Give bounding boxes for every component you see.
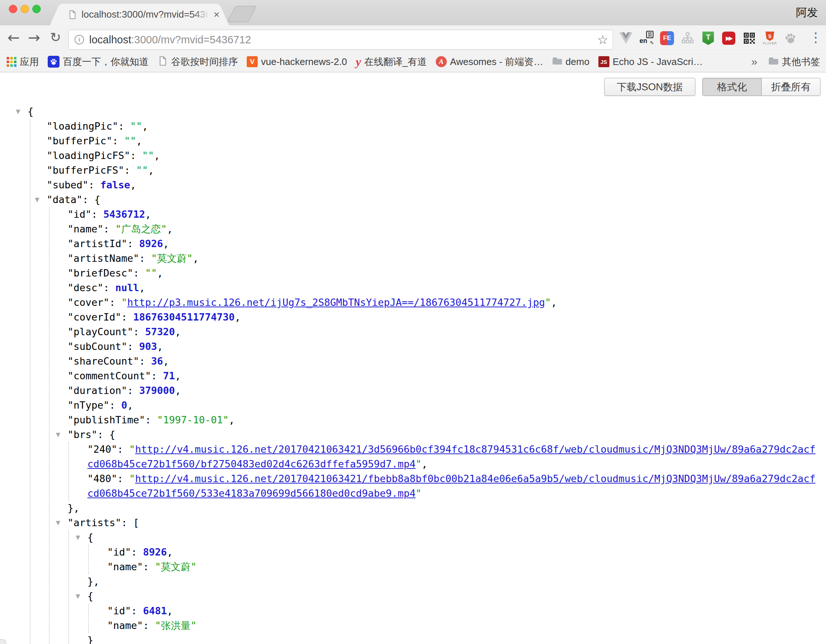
json-punctuation: :	[127, 341, 140, 352]
collapse-triangle-icon[interactable]: ▼	[56, 427, 60, 442]
json-line: "publishTime": "1997-10-01",	[0, 413, 826, 427]
json-number: 8926	[139, 238, 163, 249]
json-keyword: false	[100, 179, 130, 191]
new-tab-button[interactable]	[227, 6, 256, 22]
fe-icon[interactable]: FE	[659, 31, 675, 46]
json-string: ""	[142, 150, 154, 161]
json-punctuation: "	[416, 487, 421, 499]
json-key: "artists"	[68, 517, 121, 528]
json-punctuation: :	[104, 282, 116, 293]
collapse-all-button[interactable]: 折叠所有	[761, 78, 820, 95]
bookmark-item[interactable]: y在线翻译_有道	[356, 56, 427, 68]
other-bookmarks-folder[interactable]: 其他书签	[769, 56, 820, 68]
bookmark-item[interactable]: AAwesomes - 前端资…	[436, 56, 543, 68]
collapse-triangle-icon[interactable]: ▼	[76, 589, 80, 604]
bookmark-item[interactable]: 谷歌按时间排序	[157, 56, 238, 68]
awesomes-icon: A	[436, 56, 447, 67]
json-punctuation: :	[133, 267, 145, 279]
translate-icon[interactable]: en英✎	[639, 31, 654, 46]
forward-icon[interactable]: →	[25, 28, 43, 47]
json-string: "莫文蔚"	[155, 561, 197, 573]
back-icon[interactable]: ←	[5, 28, 23, 47]
json-line: "id": 5436712,	[0, 207, 826, 222]
qrcode-icon[interactable]	[742, 31, 757, 46]
bookmark-item[interactable]: demo	[552, 56, 590, 68]
json-line: "240": "http://v4.music.126.net/20170421…	[0, 442, 826, 472]
json-string: ""	[130, 120, 143, 132]
json-line: ▼"data": {	[0, 192, 826, 207]
format-button[interactable]: 格式化	[703, 78, 761, 95]
json-punctuation: :	[112, 135, 124, 146]
bookmark-star-icon[interactable]: ☆	[597, 32, 608, 47]
json-punctuation: :	[92, 208, 104, 220]
collapse-triangle-icon[interactable]: ▼	[76, 530, 80, 545]
json-string: "1997-10-01"	[157, 414, 229, 425]
json-punctuation: }	[87, 635, 93, 644]
json-line: "cover": "http://p3.music.126.net/ijUg7s…	[0, 295, 826, 310]
json-punctuation: :	[109, 399, 121, 411]
collapse-triangle-icon[interactable]: ▼	[56, 515, 60, 530]
bookmark-label: Awesomes - 前端资…	[450, 56, 543, 68]
json-punctuation: },	[68, 502, 80, 514]
json-key: "cover"	[68, 297, 109, 308]
json-line: "coverId": 18676304511774730,	[0, 310, 826, 324]
tab-title: localhost:3000/mv?mvid=5436712	[81, 4, 211, 25]
json-line: "artistId": 8926,	[0, 236, 826, 251]
close-window-button[interactable]	[9, 5, 17, 13]
view-mode-segmented-control: 格式化 折叠所有	[702, 78, 820, 96]
chrome-menu-icon[interactable]: ⋮	[807, 30, 824, 45]
download-json-button[interactable]: 下载JSON数据	[604, 78, 695, 96]
json-punctuation: ,	[139, 282, 145, 293]
json-punctuation: ,	[148, 164, 154, 176]
json-key: "loadingPicFS"	[47, 150, 130, 161]
browser-tab[interactable]: localhost:3000/mv?mvid=5436712 ×	[50, 4, 229, 25]
json-link[interactable]: http://v4.music.126.net/20170421063421/3…	[87, 444, 815, 470]
page-info-icon[interactable]: i	[75, 35, 84, 44]
json-punctuation: :	[127, 385, 140, 396]
json-line: "subCount": 903,	[0, 339, 826, 354]
minimize-window-button[interactable]	[20, 5, 29, 13]
json-key: "240"	[87, 444, 117, 455]
url-host: localhost	[89, 34, 131, 45]
bookmark-item[interactable]: Vvue-hackernews-2.0	[247, 56, 347, 68]
json-number: 6481	[143, 605, 167, 616]
paw-icon[interactable]	[783, 31, 798, 46]
h5-player-icon[interactable]: 5PLAYER	[762, 31, 778, 46]
tab-close-icon[interactable]: ×	[214, 9, 219, 20]
collapse-triangle-icon[interactable]: ▼	[35, 192, 39, 207]
maximize-window-button[interactable]	[32, 5, 41, 13]
json-line: "loadingPic": "",	[0, 119, 826, 133]
bookmark-label: 在线翻译_有道	[364, 56, 427, 68]
json-line: ▼{	[0, 104, 826, 119]
json-link[interactable]: http://p3.music.126.net/ijUg7s_2S8GMbTNs…	[127, 297, 545, 308]
json-punctuation: ,	[157, 267, 163, 279]
bookmark-item[interactable]: JSEcho JS - JavaScri…	[598, 56, 703, 68]
json-line: ▼"artists": [	[0, 515, 826, 530]
url-path: :3000/mv?mvid=5436712	[131, 34, 251, 45]
json-key: "commentCount"	[68, 370, 151, 382]
json-punctuation: {	[87, 532, 93, 543]
json-number: 36	[151, 355, 163, 367]
json-key: "shareCount"	[68, 355, 139, 367]
play-red-icon[interactable]: ▶▶	[721, 31, 736, 46]
page-content: 下载JSON数据 格式化 折叠所有 ▼{"loadingPic": "","bu…	[0, 72, 826, 644]
reload-icon[interactable]: ↻	[46, 28, 65, 47]
profile-name[interactable]: 阿发	[796, 5, 818, 20]
address-bar[interactable]: i localhost:3000/mv?mvid=5436712 ☆	[68, 30, 613, 50]
json-punctuation: :	[145, 414, 157, 425]
bookmark-item[interactable]: 百度一下，你就知道	[48, 56, 149, 68]
json-punctuation: :	[118, 120, 130, 132]
collapse-triangle-icon[interactable]: ▼	[16, 104, 20, 119]
json-punctuation: ,	[193, 253, 199, 264]
json-key: "publishTime"	[68, 414, 145, 425]
sitemap-icon[interactable]	[680, 31, 695, 46]
bookmark-item[interactable]: 应用	[6, 56, 39, 68]
json-link[interactable]: http://v4.music.126.net/20170421063421/f…	[87, 473, 815, 499]
tampermonkey-icon[interactable]: T	[700, 31, 716, 46]
json-punctuation: : [	[121, 517, 139, 528]
vue-gray-icon[interactable]	[618, 31, 633, 46]
json-punctuation: :	[139, 355, 151, 367]
page-icon	[157, 56, 168, 68]
json-line: "artistName": "莫文蔚",	[0, 251, 826, 266]
bookmarks-overflow-icon[interactable]: »	[751, 56, 757, 68]
